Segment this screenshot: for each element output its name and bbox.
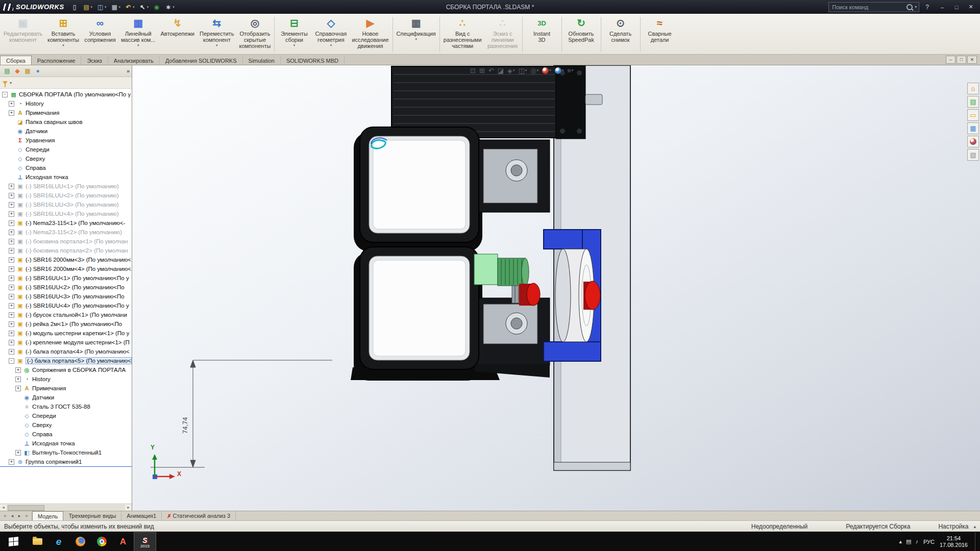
tree-expander[interactable]: +: [9, 220, 14, 226]
heads-up-tool-icon[interactable]: [487, 66, 495, 75]
ribbon-button[interactable]: Справочная геометрия ▾: [312, 15, 349, 54]
taskbar-app[interactable]: [112, 532, 134, 551]
tree-horizontal-scrollbar[interactable]: ◂ ▸: [0, 504, 132, 511]
dimension-annotation[interactable]: [151, 360, 332, 467]
tree-item[interactable]: Датчики: [0, 127, 132, 136]
tree-expander[interactable]: +: [9, 331, 14, 336]
command-tab[interactable]: Анализировать: [108, 56, 160, 65]
ribbon-button[interactable]: [561, 17, 562, 52]
ribbon-button[interactable]: Спецификация ▾: [394, 15, 438, 54]
tree-item[interactable]: + (-) SBR16UU<1> (По умолчанию<По у: [0, 273, 132, 283]
heads-up-tool-icon[interactable]: [469, 66, 477, 75]
command-tab[interactable]: Simulation: [243, 56, 281, 65]
panel-tab-icon[interactable]: [33, 66, 43, 76]
tree-item[interactable]: + (-) SBR16 2000мм<4> (По умолчанию<: [0, 264, 132, 273]
quick-access-button[interactable]: ▾: [95, 3, 108, 11]
task-pane-icon[interactable]: [967, 96, 979, 108]
tree-expander[interactable]: +: [9, 340, 14, 345]
status-expand-icon[interactable]: ▴: [973, 524, 980, 529]
search-caret-icon[interactable]: ▾: [915, 5, 917, 9]
ribbon-button[interactable]: [522, 17, 523, 52]
ribbon-button[interactable]: Сварные детали: [642, 15, 678, 54]
heads-up-tool-icon[interactable]: ▾: [554, 66, 565, 75]
window-control-button[interactable]: □: [949, 2, 964, 12]
ribbon-button[interactable]: Отобразить скрытые компоненты: [236, 15, 273, 54]
tray-icon[interactable]: [906, 538, 911, 545]
heads-up-tool-icon[interactable]: ▾: [506, 66, 516, 75]
tree-expander[interactable]: +: [9, 110, 14, 116]
tree-item[interactable]: + (-) боковина портала<2> (По умолчан: [0, 246, 132, 255]
tree-expander[interactable]: +: [15, 386, 21, 391]
ribbon-button[interactable]: [601, 17, 601, 52]
tree-expander[interactable]: +: [9, 239, 14, 244]
filter-caret-icon[interactable]: ▾: [10, 81, 12, 85]
heads-up-tool-icon[interactable]: ▾: [529, 66, 540, 75]
command-tab[interactable]: Добавления SOLIDWORKS: [160, 56, 243, 65]
tree-item[interactable]: + (-) балка портала<4> (По умолчанию<: [0, 347, 132, 356]
tree-expander[interactable]: +: [9, 459, 14, 465]
panel-collapse-button[interactable]: »: [127, 68, 130, 74]
tree-item[interactable]: + (-) рейка 2м<1> (По умолчанию<По: [0, 319, 132, 329]
taskbar-app[interactable]: [48, 532, 69, 551]
tree-item[interactable]: + Вытянуть-Тонкостенный1: [0, 448, 132, 457]
tree-item[interactable]: + Сопряжения в СБОРКА ПОРТАЛА: [0, 365, 132, 374]
tree-expander[interactable]: +: [9, 312, 14, 318]
start-button[interactable]: [0, 532, 27, 551]
tree-item[interactable]: + (-) SBR16 2000мм<3> (По умолчанию<: [0, 255, 132, 264]
tree-item[interactable]: + (-) SBR16UU<4> (По умолчанию<По у: [0, 301, 132, 310]
taskbar-clock[interactable]: 21:54 17.08.2016: [940, 535, 968, 548]
scrollbar-track[interactable]: [7, 505, 125, 510]
document-tab[interactable]: Анимация1: [121, 511, 162, 520]
task-pane-icon[interactable]: [967, 83, 979, 94]
command-tab[interactable]: Эскиз: [81, 56, 108, 65]
show-desktop-button[interactable]: [975, 532, 979, 551]
scroll-right-icon[interactable]: ▸: [125, 505, 132, 510]
tree-expander[interactable]: +: [9, 248, 14, 254]
tree-expander[interactable]: +: [15, 367, 21, 373]
command-tab[interactable]: Сборка: [0, 56, 32, 65]
ribbon-button[interactable]: Обновить SpeedPak: [563, 15, 600, 54]
tree-item[interactable]: Сталь 3 ГОСТ 535-88: [0, 402, 132, 411]
tree-expander[interactable]: +: [9, 303, 14, 309]
quick-access-button[interactable]: ▾: [109, 3, 122, 11]
tray-icon[interactable]: [899, 538, 902, 545]
tree-item[interactable]: + (-) боковина портала<1> (По умолчан: [0, 237, 132, 246]
tree-expander[interactable]: -: [9, 358, 14, 364]
tree-expander[interactable]: +: [9, 211, 14, 217]
taskbar-app[interactable]: [69, 532, 91, 551]
tree-item[interactable]: Справа: [0, 430, 132, 439]
tree-item[interactable]: - (-) балка портала<5> (По умолчанию<: [0, 356, 132, 365]
tree-item[interactable]: + (-) SBR16UU<3> (По умолчанию<По: [0, 292, 132, 301]
scrollbar-thumb[interactable]: [8, 505, 44, 511]
tree-expander[interactable]: +: [9, 193, 14, 198]
ribbon-button[interactable]: [393, 17, 393, 52]
tree-expander[interactable]: +: [15, 450, 21, 456]
tab-nav-button[interactable]: «: [2, 513, 9, 518]
language-indicator[interactable]: РУС: [923, 539, 935, 545]
document-tab[interactable]: Трехмерные виды: [63, 511, 121, 520]
ribbon-button[interactable]: [439, 17, 440, 52]
panel-tab-icon[interactable]: [22, 66, 33, 76]
tree-item[interactable]: + Примечания: [0, 384, 132, 393]
heads-up-tool-icon[interactable]: [497, 66, 505, 75]
tree-item[interactable]: + (-) крепление модуля шестерни<1> (П: [0, 338, 132, 347]
heads-up-tool-icon[interactable]: ▾: [518, 66, 528, 75]
quick-access-button[interactable]: ▾: [123, 3, 136, 11]
tree-item[interactable]: + Примечания: [0, 108, 132, 117]
ribbon-button[interactable]: Новое исследование движения: [349, 15, 391, 54]
heads-up-tool-icon[interactable]: ▾: [566, 66, 574, 75]
beam-tube-upper[interactable]: [360, 127, 479, 242]
ribbon-button[interactable]: Элементы сборки ▾: [276, 15, 312, 54]
document-tab[interactable]: Модель: [32, 511, 63, 520]
tree-item[interactable]: Справа: [0, 163, 132, 172]
quick-access-button[interactable]: ▾: [163, 3, 176, 11]
ribbon-button[interactable]: Вставить компоненты ▾: [45, 15, 82, 54]
command-search[interactable]: ▾: [828, 2, 919, 12]
window-control-button[interactable]: ✕: [964, 2, 978, 12]
tray-icon[interactable]: [915, 538, 918, 545]
tree-expander[interactable]: +: [9, 202, 14, 208]
tree-item[interactable]: Папка сварных швов: [0, 117, 132, 127]
tree-expander[interactable]: +: [9, 321, 14, 327]
quick-access-button[interactable]: ▾: [137, 3, 151, 11]
tree-item[interactable]: + (-) брусок стальной<1> (По умолчани: [0, 310, 132, 319]
